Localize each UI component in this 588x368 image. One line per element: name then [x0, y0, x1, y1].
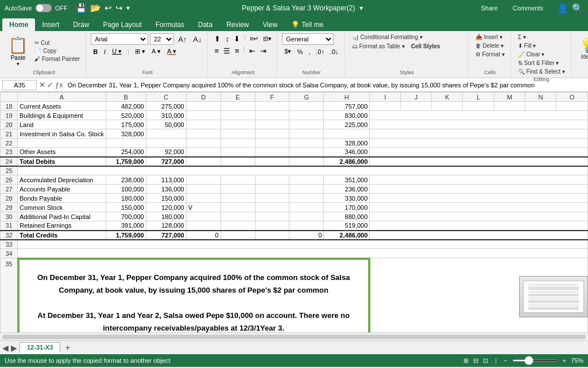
cell-b28[interactable]: 180,000 [106, 194, 146, 203]
cell-d18[interactable] [186, 102, 220, 111]
align-center-button[interactable]: ☰ [222, 45, 232, 56]
cell-g32[interactable]: 0 [289, 231, 324, 240]
indent-decrease-button[interactable]: ⇤ [247, 45, 257, 56]
decimal-increase-button[interactable]: .0↑ [314, 47, 327, 56]
cell-e20[interactable] [220, 120, 255, 129]
cell-a24[interactable]: Total Debits [18, 157, 106, 166]
col-header-g[interactable]: G [289, 93, 324, 102]
cell-h24[interactable]: 2,486,000 [324, 157, 370, 166]
cell-b29[interactable]: 150,000 [106, 203, 146, 212]
cell-g18[interactable] [289, 102, 324, 111]
cell-g29[interactable] [289, 203, 324, 212]
zoom-slider[interactable] [512, 359, 558, 362]
cell-b30[interactable]: 700,000 [106, 212, 146, 221]
cell-e29[interactable] [220, 203, 255, 212]
cell-f29[interactable] [255, 203, 289, 212]
cell-b27[interactable]: 100,000 [106, 185, 146, 194]
cell-e22[interactable] [220, 139, 255, 148]
cell-g22[interactable] [289, 139, 324, 148]
add-sheet-button[interactable]: + [63, 343, 72, 353]
cell-f18[interactable] [255, 102, 289, 111]
cell-c27[interactable]: 136,000 [146, 185, 186, 194]
cell-a30[interactable]: Additional Paid-In Capital [18, 212, 106, 221]
horizontal-scrollbar[interactable] [0, 332, 588, 340]
tab-home[interactable]: Home [2, 18, 35, 31]
open-icon[interactable]: 📂 [90, 3, 101, 13]
delete-button[interactable]: 🗑 Delete ▾ [473, 42, 507, 49]
save-icon[interactable]: 💾 [76, 3, 87, 13]
cell-a20[interactable]: Land [18, 120, 106, 129]
cell-d19[interactable] [186, 111, 220, 120]
cell-a31[interactable]: Retained Earnings [18, 221, 106, 231]
cell-c22[interactable] [146, 139, 186, 148]
underline-button[interactable]: U ▾ [110, 47, 124, 56]
currency-button[interactable]: $▾ [282, 47, 293, 56]
clear-button[interactable]: 🧹 Clear ▾ [516, 51, 567, 58]
cell-h18[interactable]: 757,000 [324, 102, 370, 111]
cell-f22[interactable] [255, 139, 289, 148]
font-decrease-button[interactable]: A↓ [191, 34, 204, 45]
paste-button[interactable]: 📋 Paste ▾ [6, 34, 30, 68]
align-left-button[interactable]: ≡ [212, 45, 220, 56]
autosum-button[interactable]: Σ ▾ [516, 33, 567, 41]
border-button[interactable]: ⊞ ▾ [133, 47, 148, 56]
number-format-select[interactable]: General [282, 33, 334, 45]
title-dropdown-icon[interactable]: ▾ [359, 4, 363, 12]
cell-h21[interactable] [324, 129, 370, 139]
cell-n18[interactable] [525, 102, 556, 111]
col-header-d[interactable]: D [186, 93, 220, 102]
zoom-in-icon[interactable]: + [563, 357, 566, 364]
cell-c23[interactable]: 92,000 [146, 148, 186, 157]
col-header-o[interactable]: O [556, 93, 588, 102]
cell-g28[interactable] [289, 194, 324, 203]
comma-button[interactable]: , [306, 47, 312, 56]
tab-review[interactable]: Review [219, 18, 256, 31]
indent-increase-button[interactable]: ⇥ [258, 45, 268, 56]
cell-a21[interactable]: Investment in Salsa Co. Stock [18, 129, 106, 139]
sheet-tab-12-31-x3[interactable]: 12-31-X3 [20, 342, 60, 353]
scroll-track[interactable] [2, 335, 586, 339]
cell-e32[interactable] [220, 231, 255, 240]
col-header-h[interactable]: H [324, 93, 370, 102]
ideas-button[interactable]: 💡 Ideas [576, 36, 588, 61]
tab-nav-right[interactable]: ▶ [11, 343, 17, 352]
cell-f24[interactable] [255, 157, 289, 166]
cell-j18[interactable] [401, 102, 432, 111]
cell-d32[interactable]: 0 [186, 231, 220, 240]
find-select-button[interactable]: 🔍 Find & Select ▾ [516, 68, 567, 75]
tab-view[interactable]: View [256, 18, 285, 31]
cell-d24[interactable] [186, 157, 220, 166]
spreadsheet-area[interactable]: A B C D E F G H I J K L M N O [0, 92, 588, 332]
cell-b31[interactable]: 391,000 [106, 221, 146, 231]
cell-g23[interactable] [289, 148, 324, 157]
cell-d26[interactable] [186, 175, 220, 185]
cell-l18[interactable] [463, 102, 494, 111]
tab-insert[interactable]: Insert [35, 18, 66, 31]
cell-b22[interactable] [106, 139, 146, 148]
fill-color-button[interactable]: A ▾ [149, 47, 163, 56]
format-as-table-button[interactable]: 🗂 Format as Table ▾ [350, 43, 407, 50]
col-header-i[interactable]: I [370, 93, 401, 102]
comments-button[interactable]: Comments [507, 3, 549, 13]
col-header-m[interactable]: M [494, 93, 525, 102]
cell-a29[interactable]: Common Stock [18, 203, 106, 212]
conditional-formatting-button[interactable]: 📊 Conditional Formatting ▾ [350, 33, 425, 41]
tab-nav-left[interactable]: ◀ [2, 343, 9, 352]
tab-tell-me[interactable]: 💡Tell me [284, 18, 330, 31]
format-painter-button[interactable]: 🖌 Format Painter [32, 55, 82, 63]
bold-button[interactable]: B [91, 47, 100, 56]
cell-g24[interactable] [289, 157, 324, 166]
cell-f19[interactable] [255, 111, 289, 120]
cell-rest-19[interactable] [370, 111, 588, 120]
cell-h32[interactable]: 2,486,000 [324, 231, 370, 240]
cell-e24[interactable] [220, 157, 255, 166]
cell-c29[interactable]: 120,000 [146, 203, 186, 212]
normal-view-icon[interactable]: ⊞ [463, 357, 469, 365]
cell-a18[interactable]: Current Assets [18, 102, 106, 111]
undo-icon[interactable]: ↩ [105, 3, 112, 13]
col-header-b[interactable]: B [106, 93, 146, 102]
cell-i18[interactable] [370, 102, 401, 111]
cell-d31[interactable] [186, 221, 220, 231]
col-header-c[interactable]: C [146, 93, 186, 102]
cell-h27[interactable]: 236,000 [324, 185, 370, 194]
